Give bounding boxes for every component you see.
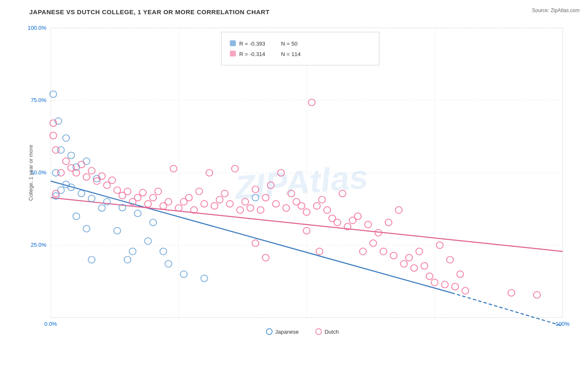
svg-text:25.0%: 25.0%	[31, 242, 46, 248]
svg-text:100%: 100%	[555, 321, 570, 327]
bottom-legend: Japanese Dutch	[266, 328, 339, 335]
scatter-chart: 100.0% 75.0% 50.0% 25.0% 0.0% 100% Colle…	[25, 20, 580, 342]
legend-japanese: Japanese	[266, 328, 299, 335]
legend-dutch: Dutch	[315, 328, 339, 335]
svg-text:R = -0.393: R = -0.393	[239, 41, 265, 47]
svg-text:75.0%: 75.0%	[31, 97, 46, 103]
svg-text:College, 1 year or more: College, 1 year or more	[28, 145, 34, 201]
svg-rect-18	[230, 40, 236, 46]
svg-rect-17	[221, 32, 379, 65]
svg-rect-21	[230, 51, 236, 56]
japanese-label: Japanese	[275, 329, 299, 335]
svg-text:N = 50: N = 50	[281, 41, 297, 47]
chart-area: 100.0% 75.0% 50.0% 25.0% 0.0% 100% Colle…	[25, 20, 580, 342]
chart-title: JAPANESE VS DUTCH COLLEGE, 1 YEAR OR MOR…	[29, 8, 580, 15]
svg-text:0.0%: 0.0%	[44, 321, 57, 327]
dutch-color-swatch	[315, 328, 322, 335]
svg-text:R = -0.314: R = -0.314	[239, 51, 265, 57]
source-label: Source: ZipAtlas.com	[532, 8, 580, 13]
svg-text:N = 114: N = 114	[281, 51, 301, 57]
svg-text:100.0%: 100.0%	[28, 25, 46, 31]
chart-container: JAPANESE VS DUTCH COLLEGE, 1 YEAR OR MOR…	[0, 0, 588, 373]
japanese-color-swatch	[266, 328, 273, 335]
dutch-label: Dutch	[325, 329, 339, 335]
